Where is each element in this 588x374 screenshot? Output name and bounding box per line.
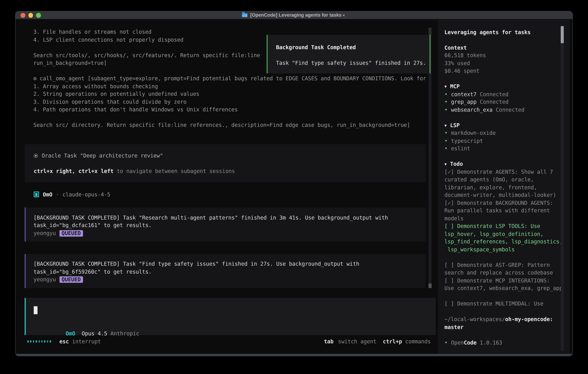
spinner-dot (33, 340, 34, 342)
spinner-dot (36, 340, 37, 342)
tab-key-hint: tab (324, 338, 334, 344)
traffic-lights (21, 13, 41, 18)
section-lsp[interactable]: LSP (444, 122, 563, 129)
window-title-text: [OpenCode] Leveraging agents for tasks ◐ (250, 12, 346, 18)
version-line: OpenCode1.0.163 (444, 339, 563, 346)
status-badge: QUEUED (59, 276, 83, 283)
input-provider-name: Anthropic (110, 331, 139, 337)
agent-header: OmO · claude-opus-4-5 (34, 191, 110, 198)
mcp-item: websearch_exaConnected (444, 106, 563, 114)
task-message: [BACKGROUND TASK COMPLETED] Task "Find t… (25, 254, 425, 288)
workspace-branch: master (444, 323, 563, 331)
esc-key-hint: esc (59, 338, 69, 344)
subagent-nav-hint: ctrl+x right, ctrl+x left to navigate be… (34, 167, 426, 175)
message-line: [BACKGROUND TASK COMPLETED] Task "Find t… (33, 260, 426, 268)
prompt-input[interactable]: OmOOpus 4.5Anthropic (25, 298, 436, 335)
context-spent: $0.46 spent (444, 67, 563, 75)
todo-line-active: [ ] Demonstrate LSP TOOLS: Use (444, 222, 563, 230)
status-badge: QUEUED (59, 230, 83, 237)
section-todo[interactable]: Todo (444, 160, 563, 168)
transcript-line: 3. Division operations that could divide… (33, 98, 426, 106)
oracle-task-panel: Oracle Task "Deep architecture review" c… (25, 144, 425, 182)
titlebar[interactable]: [OpenCode] Leveraging agents for tasks ◐ (15, 11, 572, 19)
section-mcp[interactable]: MCP (444, 83, 563, 90)
toast-title: Background Task Completed (276, 43, 430, 51)
todo-line: librarian, explore, frontend, (444, 184, 563, 191)
spinner-dot (30, 340, 32, 342)
agent-square-icon (34, 192, 39, 197)
status-dot-icon (444, 339, 451, 345)
status-dot-icon (444, 91, 451, 97)
mcp-item: grep_appConnected (444, 98, 563, 106)
todo-line: [ ] Demonstrate AST-GREP: Pattern (444, 261, 563, 269)
sidebar-scrollbar-thumb[interactable] (560, 26, 564, 43)
chevron-down-icon (444, 122, 450, 128)
todo-line-active: lsp_workspace_symbols (444, 246, 563, 253)
tab-key-label: switch agent (338, 338, 377, 344)
spinner-dot (41, 340, 42, 342)
status-dot-icon (444, 138, 451, 144)
screen: [OpenCode] Leveraging agents for tasks ◐… (0, 0, 588, 374)
spinner-dot (27, 340, 29, 342)
chevron-down-icon (444, 83, 450, 89)
background-task-toast: Background Task Completed Task "Find typ… (266, 35, 430, 73)
chevron-down-icon (444, 161, 450, 167)
close-button[interactable] (21, 13, 25, 18)
todo-line: search and replace across codebase (444, 269, 563, 277)
ctrlp-key-hint: ctrl+p (383, 338, 402, 344)
status-dot-icon (444, 145, 451, 152)
todo-line: curated agents (OmO, oracle, (444, 176, 563, 184)
status-dot-icon (444, 130, 451, 136)
sidebar-scrollbar-track[interactable] (560, 26, 564, 351)
terminal-window: [OpenCode] Leveraging agents for tasks ◐… (15, 11, 573, 356)
spinner-dot (44, 340, 45, 342)
context-used: 33% used (444, 59, 563, 67)
lsp-item: eslint (444, 145, 563, 153)
window-title: [OpenCode] Leveraging agents for tasks ◐ (242, 12, 346, 18)
todo-line: [✓] Demonstrate AGENTS: Show all 7 (444, 168, 563, 176)
input-agent-name: OmO (66, 331, 75, 337)
agent-model: claude-opus-4-5 (62, 191, 110, 197)
todo-line-active: lsp_find_references, lsp_diagnostics, (444, 238, 563, 246)
tool-call-line: call_omo_agent [subagent_type=explore, p… (33, 75, 426, 83)
context-tokens: 66,518 tokens (444, 52, 563, 59)
status-dot-icon (444, 107, 451, 113)
todo-line: [ ] Demonstrate MCP INTEGRATIONS: (444, 277, 563, 284)
main-scrollbar-top-cap (429, 28, 431, 35)
username: yeongyu (33, 230, 56, 236)
spinner-dot (39, 340, 40, 342)
lsp-item: typescript (444, 137, 563, 145)
activity-spinner (27, 340, 51, 342)
status-dot-icon (444, 99, 451, 105)
content-area: 3. File handles or streams not closed 4.… (16, 20, 572, 353)
minimize-button[interactable] (28, 13, 33, 18)
todo-line: document-writer, multimodal-looker) (444, 191, 563, 199)
message-line: [BACKGROUND TASK COMPLETED] Task "Resear… (33, 214, 426, 222)
todo-line: Run parallel tasks with different (444, 207, 563, 215)
agent-name: OmO (43, 191, 52, 197)
dot-separator: · (56, 191, 59, 197)
todo-line: [✓] Demonstrate BACKGROUND AGENTS: (444, 199, 563, 207)
transcript-line: 4. Path operations that don't handle Win… (33, 105, 426, 113)
transcript-line: Search src/ directory. Return specific f… (33, 121, 426, 129)
main-scrollbar-thumb[interactable] (429, 283, 431, 288)
todo-line: Use context7, websearch_exa, grep_app (444, 284, 563, 292)
context-heading: Context (444, 44, 563, 52)
spinner-dot (50, 340, 51, 342)
session-title: Leveraging agents for tasks (444, 28, 563, 36)
todo-line: models (444, 215, 563, 222)
model-row: OmOOpus 4.5Anthropic (34, 322, 139, 330)
lsp-item: markdown-oxide (444, 129, 563, 137)
radio-circle-icon (34, 154, 38, 158)
todo-line-active: lsp_hover, lsp_goto_definition, (444, 230, 563, 238)
message-line: task_id="bg_dcfac161" to get results. (33, 222, 426, 229)
spinner-dot (47, 340, 48, 342)
username: yeongyu (33, 276, 56, 282)
todo-line: [ ] Demonstrate MULTIMODAL: Use (444, 300, 563, 308)
sidebar: Leveraging agents for tasks Context 66,5… (438, 20, 570, 353)
text-cursor (34, 306, 37, 314)
esc-key-label: interrupt (72, 338, 101, 344)
gear-icon (33, 75, 40, 82)
task-message: [BACKGROUND TASK COMPLETED] Task "Resear… (25, 208, 425, 241)
zoom-button[interactable] (36, 13, 41, 18)
